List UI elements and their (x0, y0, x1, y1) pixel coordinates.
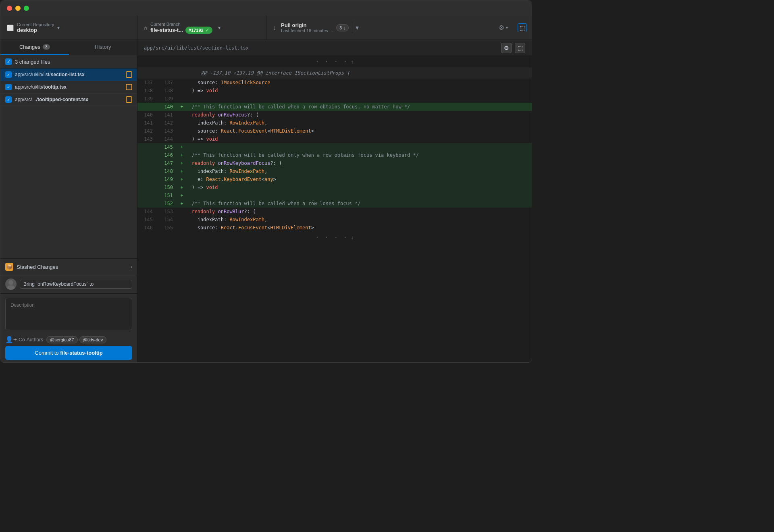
commit-description-input[interactable] (5, 298, 132, 330)
file-name-2: app/src/.../tooltipped-content.tsx (15, 97, 123, 102)
tab-changes-badge: 3 (43, 44, 50, 50)
tab-history-label: History (95, 44, 111, 50)
branch-label: Current Branch (150, 22, 215, 27)
file-checkbox-1[interactable]: ✓ (5, 84, 12, 90)
pull-count-badge: 3 ↓ (336, 24, 349, 31)
expand-down-icon: ↓ (351, 233, 354, 241)
file-checkbox-0[interactable]: ✓ (5, 71, 12, 78)
pr-badge: #17192 ✓ (185, 27, 212, 34)
diff-line-144-153: 144 153 readonly onRowBlur?: ( (137, 208, 532, 216)
svg-point-1 (7, 285, 15, 290)
stash-icon: 📦 (5, 263, 13, 271)
current-branch-section[interactable]: ⑃ Current Branch file-status-t... #17192… (137, 16, 266, 39)
diff-line-add-140: 140 + /** This function will be called w… (137, 103, 532, 111)
coauthor-badge-1: @tidy-dev (79, 336, 107, 343)
commit-button-branch: file-status-tooltip (60, 350, 102, 356)
diff-expand-top[interactable]: · · · · ↑ (137, 56, 532, 67)
diff-panel: app/src/ui/lib/list/section-list.tsx ⚙ ⬚… (137, 40, 532, 363)
diff-expand-button[interactable]: ⬚ (515, 43, 525, 53)
close-button[interactable] (7, 6, 12, 11)
stash-header[interactable]: 📦 Stashed Changes › (0, 259, 137, 275)
diff-settings-button[interactable]: ⚙ (501, 43, 512, 53)
diff-line-add-151: 151 + (137, 191, 532, 200)
diff-line-137-137: 137 137 source: IMouseClickSource (137, 79, 532, 87)
file-item-tooltipped-content[interactable]: ✓ app/src/.../tooltipped-content.tsx (0, 94, 137, 106)
expand-up-icon: ↑ (351, 58, 354, 66)
traffic-lights (7, 6, 29, 11)
diff-line-add-149: 149 + e: React.KeyboardEvent<any> (137, 175, 532, 183)
stash-avatar (5, 278, 17, 290)
diff-line-143-144: 143 144 ) => void (137, 135, 532, 143)
settings-icon: ⚙ (499, 24, 504, 31)
settings-button[interactable]: ⚙ ▾ (494, 16, 513, 39)
coauthors-section: 👤+ Co-Authors @sergiou87 @tidy-dev (5, 336, 132, 343)
settings-chevron-icon: ▾ (506, 25, 508, 30)
pull-arrow-icon: ↓ (273, 24, 276, 31)
diff-filepath: app/src/ui/lib/list/section-list.tsx (144, 45, 501, 51)
view-icon: ⬚ (518, 23, 527, 32)
file-checkbox-2[interactable]: ✓ (5, 96, 12, 103)
file-type-badge-0 (126, 71, 132, 78)
diff-line-add-146: 146 + /** This function will be called o… (137, 151, 532, 159)
diff-content[interactable]: · · · · ↑ @@ -137,10 +137,19 @@ interfac… (137, 56, 532, 363)
repo-label: Current Repository (17, 22, 54, 27)
sidebar: Changes 3 History ✓ 3 changed files ✓ ap… (0, 40, 137, 363)
tab-changes[interactable]: Changes 3 (0, 40, 69, 55)
commit-button[interactable]: Commit to file-status-tooltip (5, 346, 132, 360)
maximize-button[interactable] (24, 6, 29, 11)
pr-badge-number: #17192 (189, 28, 204, 33)
stash-title: Stashed Changes (17, 264, 131, 270)
pull-label: Pull origin (281, 22, 333, 28)
diff-header-actions: ⚙ ⬚ (501, 43, 525, 53)
file-item-section-list[interactable]: ✓ app/src/ui/lib/list/section-list.tsx (0, 69, 137, 81)
file-name-0: app/src/ui/lib/list/section-list.tsx (15, 72, 123, 77)
repo-text: Current Repository desktop (17, 22, 54, 33)
branch-icon: ⑃ (144, 25, 147, 31)
pull-down-icon: ↓ (343, 25, 345, 30)
branch-chevron-icon: ▾ (218, 25, 221, 31)
stash-chevron-icon: › (131, 264, 132, 270)
branch-text: Current Branch file-status-t... #17192 ✓ (150, 22, 215, 34)
stash-section: 📦 Stashed Changes › Bring `onRowKeyboard… (0, 258, 137, 293)
pull-text: Pull origin Last fetched 16 minutes ... (281, 22, 333, 33)
file-item-tooltip[interactable]: ✓ app/src/ui/lib/tooltip.tsx (0, 81, 137, 94)
pull-sublabel: Last fetched 16 minutes ... (281, 28, 333, 33)
file-type-badge-1 (126, 84, 132, 90)
toolbar: ⬜ Current Repository desktop ▾ ⑃ Current… (0, 16, 532, 40)
select-all-checkbox[interactable]: ✓ (5, 58, 12, 65)
pull-dropdown-button[interactable]: ▾ (352, 22, 362, 33)
changed-files-count: 3 changed files (15, 59, 50, 65)
tab-history[interactable]: History (69, 40, 137, 55)
diff-hunk-info: @@ -137,10 +137,19 @@ interface ISection… (198, 69, 350, 77)
branch-name: file-status-t... #17192 ✓ (150, 27, 215, 34)
minimize-button[interactable] (15, 6, 21, 11)
file-list: ✓ app/src/ui/lib/list/section-list.tsx ✓… (0, 69, 137, 106)
sidebar-tabs: Changes 3 History (0, 40, 137, 55)
tab-changes-label: Changes (19, 44, 40, 50)
stash-commit-message: Bring `onRowKeyboardFocus` to (20, 280, 132, 289)
current-repo-section[interactable]: ⬜ Current Repository desktop ▾ (0, 16, 137, 39)
commit-area: 👤+ Co-Authors @sergiou87 @tidy-dev Commi… (0, 293, 137, 363)
view-toggle-button[interactable]: ⬚ (513, 16, 532, 39)
coauthors-label: Co-Authors (19, 337, 43, 343)
content-area: Changes 3 History ✓ 3 changed files ✓ ap… (0, 40, 532, 363)
coauthor-badge-0: @sergiou87 (46, 336, 77, 343)
pull-origin-section[interactable]: ↓ Pull origin Last fetched 16 minutes ..… (266, 22, 494, 33)
check-icon: ✓ (205, 27, 209, 33)
diff-line-142-143: 142 143 source: React.FocusEvent<HTMLDiv… (137, 127, 532, 135)
changed-files-header: ✓ 3 changed files (0, 55, 137, 69)
add-coauthor-button[interactable]: 👤+ (5, 336, 17, 343)
diff-line-140-141: 140 141 readonly onRowFocus?: ( (137, 111, 532, 119)
diff-line-add-150: 150 + ) => void (137, 183, 532, 191)
diff-line-138-138: 138 138 ) => void (137, 87, 532, 95)
diff-line-146-155: 146 155 source: React.FocusEvent<HTMLDiv… (137, 224, 532, 232)
diff-expand-bottom[interactable]: · · · · ↓ (137, 232, 532, 243)
repo-name: desktop (17, 27, 54, 33)
diff-line-139-139: 139 139 (137, 95, 532, 103)
app-layout: ⬜ Current Repository desktop ▾ ⑃ Current… (0, 16, 532, 363)
diff-hunk-header: @@ -137,10 +137,19 @@ interface ISection… (137, 67, 532, 79)
diff-line-145-154: 145 154 indexPath: RowIndexPath, (137, 216, 532, 224)
commit-button-prefix: Commit to (35, 350, 60, 356)
sidebar-spacer (0, 106, 137, 258)
file-name-1: app/src/ui/lib/tooltip.tsx (15, 84, 123, 90)
